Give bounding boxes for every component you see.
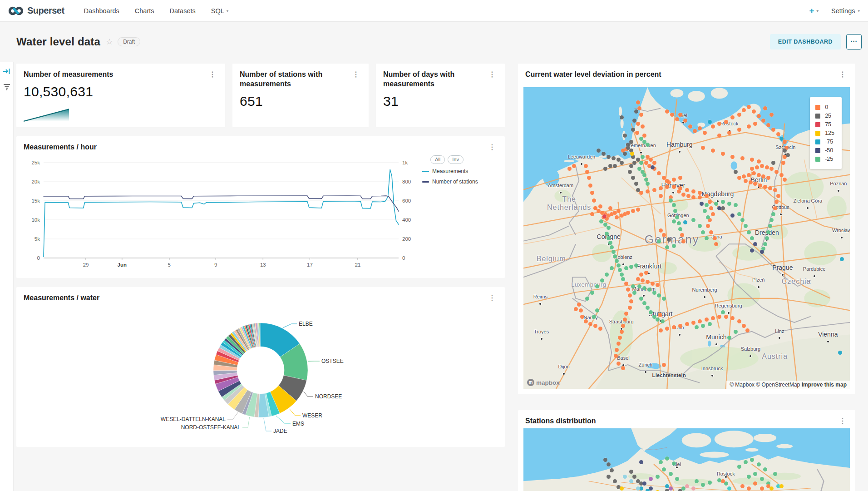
map-city-marker bbox=[725, 476, 727, 478]
stations-map[interactable]: KielRostock bbox=[523, 428, 850, 491]
map-data-point bbox=[626, 211, 630, 215]
kpi-value: 10,530,631 bbox=[16, 79, 225, 99]
legend-swatch bbox=[422, 171, 429, 172]
map-data-point bbox=[662, 363, 666, 367]
map-data-point bbox=[639, 273, 643, 277]
map-data-point bbox=[612, 156, 616, 160]
map-data-point bbox=[721, 200, 725, 204]
kpi-value: 651 bbox=[232, 89, 369, 109]
map-data-point bbox=[626, 288, 630, 292]
map-data-point bbox=[773, 188, 777, 192]
map-data-point bbox=[750, 458, 754, 462]
improve-map-link[interactable]: Improve this map bbox=[802, 382, 847, 388]
map-data-point bbox=[587, 176, 591, 180]
map-city-marker bbox=[728, 312, 730, 314]
nav-item-sql[interactable]: SQL ▾ bbox=[203, 7, 237, 15]
card-menu-button[interactable]: ⋮ bbox=[487, 293, 498, 303]
favorite-star-icon[interactable]: ☆ bbox=[106, 37, 113, 47]
card-menu-button[interactable]: ⋮ bbox=[487, 70, 498, 79]
map-data-point bbox=[721, 310, 725, 314]
svg-text:200: 200 bbox=[402, 236, 411, 242]
map-data-point bbox=[646, 306, 650, 310]
legend-value: 25 bbox=[825, 113, 831, 119]
map-data-point bbox=[677, 221, 681, 225]
mapbox-logo-text: mapbox bbox=[536, 379, 560, 386]
map-city-marker bbox=[679, 151, 681, 153]
map-data-point bbox=[740, 218, 745, 222]
map-data-point bbox=[620, 330, 624, 334]
dashboard-header: Water level data ☆ Draft EDIT DASHBOARD … bbox=[0, 22, 868, 62]
map-data-point bbox=[607, 226, 611, 230]
map-data-point bbox=[592, 198, 596, 203]
card-menu-button[interactable]: ⋮ bbox=[207, 70, 218, 79]
map-data-point bbox=[744, 179, 748, 183]
legend-swatch bbox=[815, 148, 820, 153]
map-data-point bbox=[675, 117, 679, 121]
map-data-point bbox=[636, 277, 640, 281]
map-data-point bbox=[760, 477, 764, 481]
map-data-point bbox=[708, 322, 712, 326]
edit-dashboard-button[interactable]: EDIT DASHBOARD bbox=[770, 34, 841, 50]
map-data-point bbox=[705, 194, 709, 198]
map-data-point bbox=[656, 283, 660, 287]
map-data-point bbox=[590, 212, 594, 216]
top-nav: Superset Dashboards Charts Datasets SQL … bbox=[0, 0, 868, 22]
settings-menu[interactable]: Settings ▾ bbox=[831, 7, 860, 15]
map-data-point bbox=[580, 315, 584, 319]
map-attribution: © Mapbox © OpenStreetMap Improve this ma… bbox=[726, 381, 850, 389]
deviation-map[interactable]: LeeuwardenAmsterdamThe NetherlandsBelgiu… bbox=[523, 87, 850, 389]
card-menu-button[interactable]: ⋮ bbox=[837, 70, 848, 79]
mapbox-attribution-link[interactable]: © Mapbox bbox=[730, 382, 755, 388]
donut-slice-label: WESEL-DATTELN-KANAL bbox=[161, 416, 226, 422]
legend-all-button[interactable]: All bbox=[430, 155, 445, 164]
map-data-point bbox=[618, 268, 622, 272]
map-data-point bbox=[675, 477, 679, 481]
map-data-point bbox=[647, 288, 651, 292]
expand-filters-icon[interactable] bbox=[3, 67, 11, 75]
superset-logo[interactable]: Superset bbox=[8, 5, 64, 16]
mapbox-logo[interactable]: mmapbox bbox=[527, 379, 560, 386]
filter-bar-collapsed bbox=[0, 62, 14, 491]
map-data-point bbox=[623, 152, 627, 156]
map-data-point bbox=[773, 472, 777, 476]
nav-item-datasets[interactable]: Datasets bbox=[162, 7, 203, 15]
map-city-marker bbox=[711, 375, 713, 377]
osm-attribution-link[interactable]: © OpenStreetMap bbox=[756, 382, 800, 388]
nav-item-dashboards[interactable]: Dashboards bbox=[76, 7, 127, 15]
line-chart-plot[interactable]: 005k20010k40015k60020k80025k1k29Jun59131… bbox=[23, 157, 419, 272]
map-data-point bbox=[700, 202, 704, 206]
map-data-point bbox=[678, 324, 682, 328]
legend-item-number-of-stations[interactable]: Number of stations bbox=[422, 179, 500, 185]
map-data-point bbox=[662, 467, 666, 471]
map-data-point bbox=[656, 317, 660, 322]
map-data-point bbox=[740, 156, 745, 160]
map-legend-entry: -25 bbox=[815, 156, 834, 162]
map-data-point bbox=[766, 230, 770, 234]
card-menu-button[interactable]: ⋮ bbox=[350, 70, 361, 79]
map-data-point bbox=[695, 325, 699, 329]
map-data-point bbox=[639, 297, 643, 301]
legend-inv-button[interactable]: Inv bbox=[448, 155, 464, 164]
donut-chart-plot[interactable]: ELBEOSTSEENORDSEEWESEREMSJADENORD-OSTSEE… bbox=[24, 307, 498, 443]
map-data-point bbox=[672, 244, 676, 248]
map-data-point bbox=[737, 465, 741, 469]
map-data-point bbox=[608, 241, 612, 245]
nav-item-charts[interactable]: Charts bbox=[127, 7, 162, 15]
map-data-point bbox=[614, 354, 618, 358]
more-options-button[interactable]: ··· bbox=[846, 34, 862, 50]
card-menu-button[interactable]: ⋮ bbox=[487, 143, 498, 152]
map-data-point bbox=[642, 286, 646, 290]
map-city-marker bbox=[640, 152, 642, 154]
map-data-point bbox=[749, 180, 753, 184]
map-data-point bbox=[779, 137, 784, 141]
map-data-point bbox=[717, 206, 721, 210]
map-data-point bbox=[631, 128, 635, 132]
filter-icon[interactable] bbox=[3, 83, 11, 91]
card-title: Number of stations with measurements bbox=[240, 70, 335, 89]
legend-item-measurements[interactable]: Measurements bbox=[422, 168, 500, 174]
map-data-point bbox=[628, 306, 632, 310]
chevron-down-icon: ▾ bbox=[858, 9, 860, 13]
new-item-button[interactable]: + ▾ bbox=[809, 6, 819, 16]
card-menu-button[interactable]: ⋮ bbox=[837, 417, 848, 426]
map-data-point bbox=[771, 212, 775, 216]
